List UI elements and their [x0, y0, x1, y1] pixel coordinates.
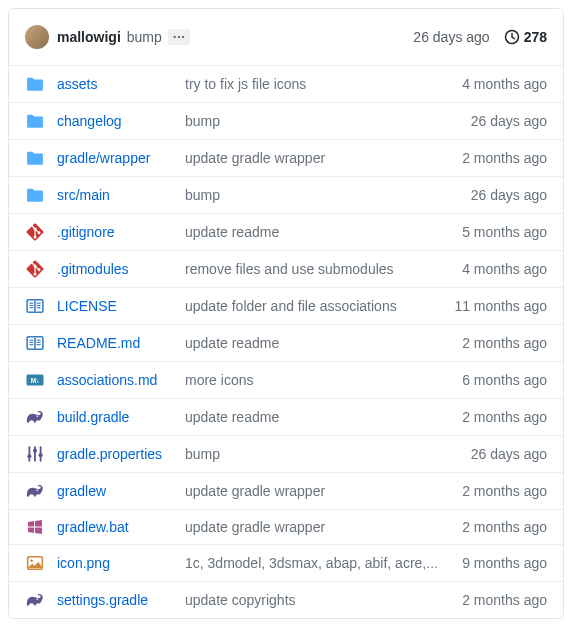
file-row: icon.png1c, 3dmodel, 3dsmax, abap, abif,…: [9, 544, 563, 581]
file-row: settings.gradleupdate copyrights2 months…: [9, 581, 563, 618]
file-row: src/mainbump26 days ago: [9, 176, 563, 213]
file-commit-message[interactable]: update readme: [185, 224, 462, 240]
history-icon: [504, 29, 524, 45]
file-name[interactable]: .gitignore: [57, 224, 185, 240]
file-commit-time: 4 months ago: [462, 261, 547, 277]
image-icon: [25, 554, 45, 572]
file-name[interactable]: icon.png: [57, 555, 185, 571]
commit-time: 26 days ago: [413, 29, 489, 45]
file-commit-message[interactable]: update copyrights: [185, 592, 462, 608]
git-icon: [25, 260, 45, 278]
file-commit-message[interactable]: update gradle wrapper: [185, 483, 462, 499]
svg-point-24: [39, 453, 43, 457]
file-commit-message[interactable]: remove files and use submodules: [185, 261, 462, 277]
svg-point-26: [30, 559, 33, 562]
file-name[interactable]: src/main: [57, 187, 185, 203]
history-count: 278: [524, 29, 547, 45]
file-commit-time: 6 months ago: [462, 372, 547, 388]
props-icon: [25, 445, 45, 463]
file-commit-message[interactable]: bump: [185, 187, 471, 203]
commit-message[interactable]: bump: [127, 29, 162, 45]
svg-point-22: [27, 454, 31, 458]
file-commit-message[interactable]: update gradle wrapper: [185, 519, 462, 535]
file-row: assetstry to fix js file icons4 months a…: [9, 65, 563, 102]
file-commit-message[interactable]: update readme: [185, 409, 462, 425]
file-commit-message[interactable]: update folder and file associations: [185, 298, 454, 314]
file-name[interactable]: assets: [57, 76, 185, 92]
file-row: gradlewupdate gradle wrapper2 months ago: [9, 472, 563, 509]
file-row: .gitmodulesremove files and use submodul…: [9, 250, 563, 287]
file-row: changelogbump26 days ago: [9, 102, 563, 139]
gradle-icon: [25, 408, 45, 426]
file-commit-message[interactable]: more icons: [185, 372, 462, 388]
file-name[interactable]: README.md: [57, 335, 185, 351]
folder-icon: [25, 112, 45, 130]
file-name[interactable]: associations.md: [57, 372, 185, 388]
file-commit-time: 2 months ago: [462, 483, 547, 499]
file-commit-time: 2 months ago: [462, 592, 547, 608]
file-commit-message[interactable]: try to fix js file icons: [185, 76, 462, 92]
file-row: LICENSEupdate folder and file associatio…: [9, 287, 563, 324]
avatar[interactable]: [25, 25, 49, 49]
file-name[interactable]: LICENSE: [57, 298, 185, 314]
file-row: build.gradleupdate readme2 months ago: [9, 398, 563, 435]
markdown-icon: M↓: [25, 371, 45, 389]
folder-icon: [25, 149, 45, 167]
file-commit-message[interactable]: 1c, 3dmodel, 3dsmax, abap, abif, acre,..…: [185, 555, 462, 571]
commit-author[interactable]: mallowigi: [57, 29, 121, 45]
file-commit-time: 2 months ago: [462, 519, 547, 535]
file-name[interactable]: build.gradle: [57, 409, 185, 425]
latest-commit-header: mallowigi bump … 26 days ago 278: [9, 9, 563, 65]
file-commit-message[interactable]: update readme: [185, 335, 462, 351]
file-commit-time: 5 months ago: [462, 224, 547, 240]
file-row: gradlew.batupdate gradle wrapper2 months…: [9, 509, 563, 544]
gradle-icon: [25, 591, 45, 609]
svg-point-23: [33, 449, 37, 453]
folder-icon: [25, 75, 45, 93]
svg-text:M↓: M↓: [31, 377, 40, 384]
commit-expand-button[interactable]: …: [168, 29, 190, 45]
gradle-icon: [25, 482, 45, 500]
file-name[interactable]: changelog: [57, 113, 185, 129]
file-name[interactable]: gradlew: [57, 483, 185, 499]
file-commit-time: 2 months ago: [462, 335, 547, 351]
file-browser: mallowigi bump … 26 days ago 278 assetst…: [8, 8, 564, 619]
file-row: README.mdupdate readme2 months ago: [9, 324, 563, 361]
file-row: gradle/wrapperupdate gradle wrapper2 mon…: [9, 139, 563, 176]
file-commit-time: 26 days ago: [471, 187, 547, 203]
file-commit-time: 2 months ago: [462, 150, 547, 166]
license-icon: [25, 297, 45, 315]
file-commit-message[interactable]: bump: [185, 113, 471, 129]
readme-icon: [25, 334, 45, 352]
file-commit-time: 4 months ago: [462, 76, 547, 92]
file-row: gradle.propertiesbump26 days ago: [9, 435, 563, 472]
file-commit-message[interactable]: update gradle wrapper: [185, 150, 462, 166]
file-commit-time: 9 months ago: [462, 555, 547, 571]
file-commit-message[interactable]: bump: [185, 446, 471, 462]
file-name[interactable]: gradle.properties: [57, 446, 185, 462]
file-row: .gitignoreupdate readme5 months ago: [9, 213, 563, 250]
file-commit-time: 2 months ago: [462, 409, 547, 425]
windows-icon: [25, 519, 45, 535]
history-link[interactable]: 278: [504, 29, 547, 45]
folder-icon: [25, 186, 45, 204]
file-name[interactable]: gradlew.bat: [57, 519, 185, 535]
file-name[interactable]: gradle/wrapper: [57, 150, 185, 166]
git-icon: [25, 223, 45, 241]
file-commit-time: 26 days ago: [471, 446, 547, 462]
file-name[interactable]: .gitmodules: [57, 261, 185, 277]
file-name[interactable]: settings.gradle: [57, 592, 185, 608]
file-commit-time: 11 months ago: [454, 298, 547, 314]
file-row: M↓associations.mdmore icons6 months ago: [9, 361, 563, 398]
file-list: assetstry to fix js file icons4 months a…: [9, 65, 563, 618]
file-commit-time: 26 days ago: [471, 113, 547, 129]
